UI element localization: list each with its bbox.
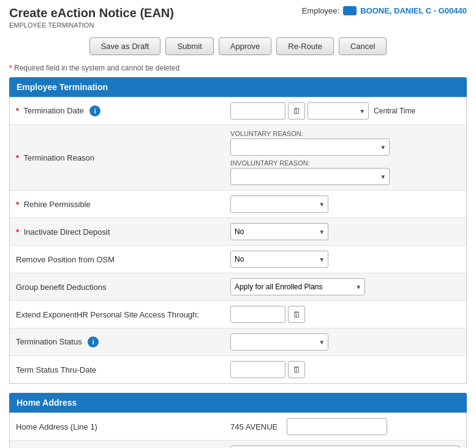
group-benefit-label-cell: Group benefit Deductions — [10, 273, 225, 301]
termination-date-calendar-button[interactable]: 🗓 — [288, 102, 305, 120]
term-status-thru-date-wrap: 🗓 — [230, 361, 460, 378]
employee-link[interactable]: BOONE, DANIEL C - G00440 — [360, 6, 467, 15]
cancel-button[interactable]: Cancel — [339, 37, 387, 55]
extend-exponent-date-input[interactable] — [230, 306, 285, 323]
approve-button[interactable]: Approve — [219, 37, 271, 55]
home-address-line2-input[interactable] — [230, 446, 460, 448]
termination-time-select[interactable] — [308, 102, 369, 120]
inactivate-direct-deposit-row: * Inactivate Direct Deposit No Yes ▼ — [10, 218, 467, 246]
term-status-thru-value-cell: 🗓 — [224, 356, 466, 384]
timezone-label: Central Time — [374, 107, 415, 115]
termination-reason-label: Termination Reason — [23, 153, 94, 162]
group-benefit-value-cell: Apply for all Enrolled Plans ▼ — [224, 273, 466, 301]
involuntary-reason-label: INVOLUNTARY REASON: — [230, 159, 460, 167]
extend-exponent-calendar-button[interactable]: 🗓 — [288, 306, 305, 323]
reroute-button[interactable]: Re-Route — [276, 37, 334, 55]
page-subtitle: EMPLOYEE TERMINATION — [9, 21, 174, 29]
inactivate-direct-deposit-label-cell: * Inactivate Direct Deposit — [10, 218, 225, 246]
inactivate-direct-deposit-select[interactable]: No Yes — [230, 223, 328, 240]
home-address-line2-row: Home Address (Line 2) — [10, 441, 467, 449]
employee-termination-header: Employee Termination — [9, 77, 467, 97]
title-area: Create eAction Notice (EAN) EMPLOYEE TER… — [9, 6, 174, 29]
voluntary-reason-select-wrap: ▼ — [230, 139, 390, 156]
home-address-section: Home Address Home Address (Line 1) 745 A… — [9, 393, 467, 448]
required-star: * — [9, 64, 12, 72]
submit-button[interactable]: Submit — [165, 37, 213, 55]
involuntary-reason-row: INVOLUNTARY REASON: ▼ — [230, 159, 460, 185]
termination-status-label: Termination Status — [16, 337, 82, 346]
employee-label: Employee: — [302, 6, 339, 15]
extend-exponent-label: Extend ExponentHR Personal Site Access T… — [16, 310, 199, 319]
termination-status-label-cell: Termination Status i — [10, 328, 225, 356]
remove-position-value-cell: No Yes ▼ — [224, 246, 466, 273]
toolbar: Save as Draft Submit Approve Re-Route Ca… — [0, 31, 476, 61]
rehire-permissible-label-cell: * Rehire Permissible — [10, 191, 225, 218]
home-address-line1-static: 745 AVENUE — [230, 422, 279, 431]
extend-exponent-value-cell: 🗓 — [224, 301, 466, 328]
term-status-thru-label: Term Status Thru-Date — [16, 365, 96, 374]
termination-status-select[interactable] — [230, 333, 328, 351]
termination-reason-label-cell: * Termination Reason — [10, 125, 225, 191]
group-benefit-select-wrap: Apply for all Enrolled Plans ▼ — [230, 278, 365, 295]
voluntary-reason-select[interactable] — [230, 139, 390, 156]
rehire-permissible-value-cell: ▼ — [224, 191, 466, 218]
required-star-2: * — [16, 153, 19, 162]
required-note: * Required field in the system and canno… — [0, 61, 476, 77]
employee-termination-table: * Termination Date i 🗓 ▼ Central Time — [9, 97, 467, 384]
remove-position-select-wrap: No Yes ▼ — [230, 251, 328, 268]
termination-reason-row: * Termination Reason VOLUNTARY REASON: ▼… — [10, 125, 467, 191]
voluntary-reason-label: VOLUNTARY REASON: — [230, 130, 460, 137]
termination-date-wrap: 🗓 ▼ Central Time — [230, 102, 460, 120]
required-star-3: * — [16, 200, 19, 209]
home-address-line2-label-cell: Home Address (Line 2) — [10, 441, 225, 449]
rehire-permissible-select-wrap: ▼ — [230, 196, 328, 213]
home-address-header: Home Address — [9, 393, 467, 412]
rehire-permissible-row: * Rehire Permissible ▼ — [10, 191, 467, 218]
employee-info: Employee: 👤 BOONE, DANIEL C - G00440 — [302, 6, 467, 15]
extend-exponent-row: Extend ExponentHR Personal Site Access T… — [10, 301, 467, 328]
termination-date-input[interactable] — [230, 102, 285, 120]
term-status-thru-label-cell: Term Status Thru-Date — [10, 356, 225, 384]
termination-date-label-cell: * Termination Date i — [10, 97, 225, 125]
group-benefit-label: Group benefit Deductions — [16, 283, 106, 292]
home-address-line1-label: Home Address (Line 1) — [16, 422, 97, 431]
remove-position-select[interactable]: No Yes — [230, 251, 328, 268]
inactivate-direct-deposit-label: Inactivate Direct Deposit — [24, 227, 110, 237]
home-address-line1-value-cell: 745 AVENUE — [224, 413, 352, 440]
page-title: Create eAction Notice (EAN) — [9, 6, 174, 20]
term-status-thru-calendar-button[interactable]: 🗓 — [288, 361, 305, 378]
rehire-permissible-select[interactable] — [230, 196, 328, 213]
group-benefit-select[interactable]: Apply for all Enrolled Plans — [230, 278, 365, 295]
involuntary-reason-select[interactable] — [230, 168, 390, 185]
involuntary-reason-select-wrap: ▼ — [230, 168, 390, 185]
home-address-line1-row: Home Address (Line 1) 745 AVENUE — [10, 413, 467, 441]
term-status-thru-date-input[interactable] — [230, 361, 285, 378]
employee-icon: 👤 — [343, 6, 357, 15]
termination-date-row: * Termination Date i 🗓 ▼ Central Time — [10, 97, 467, 125]
inactivate-direct-deposit-select-wrap: No Yes ▼ — [230, 223, 328, 240]
remove-position-label: Remove Position from OSM — [16, 255, 115, 264]
employee-termination-section: Employee Termination * Termination Date … — [9, 77, 467, 384]
required-star-4: * — [16, 227, 19, 237]
termination-status-info-icon[interactable]: i — [88, 336, 99, 347]
termination-date-value-cell: 🗓 ▼ Central Time — [224, 97, 466, 125]
home-address-line1-label-cell: Home Address (Line 1) — [10, 413, 225, 441]
termination-date-info-icon[interactable]: i — [89, 105, 100, 116]
termination-time-select-wrap: ▼ — [308, 102, 369, 120]
termination-date-label: Termination Date — [23, 106, 83, 115]
remove-position-label-cell: Remove Position from OSM — [10, 246, 225, 273]
home-address-line2-value-cell — [224, 441, 466, 449]
termination-status-row: Termination Status i ▼ — [10, 328, 467, 356]
home-address-line1-input[interactable] — [287, 418, 387, 435]
extend-exponent-date-wrap: 🗓 — [230, 306, 460, 323]
home-address-table: Home Address (Line 1) 745 AVENUE Home Ad… — [9, 412, 467, 448]
extend-exponent-label-cell: Extend ExponentHR Personal Site Access T… — [10, 301, 225, 328]
termination-status-value-cell: ▼ — [224, 328, 466, 356]
inactivate-direct-deposit-value-cell: No Yes ▼ — [224, 218, 466, 246]
top-header: Create eAction Notice (EAN) EMPLOYEE TER… — [0, 0, 476, 31]
save-draft-button[interactable]: Save as Draft — [89, 37, 161, 55]
termination-status-select-wrap: ▼ — [230, 333, 328, 351]
rehire-permissible-label: Rehire Permissible — [24, 200, 91, 209]
required-note-text: Required field in the system and cannot … — [14, 64, 179, 72]
required-star-1: * — [16, 106, 19, 115]
